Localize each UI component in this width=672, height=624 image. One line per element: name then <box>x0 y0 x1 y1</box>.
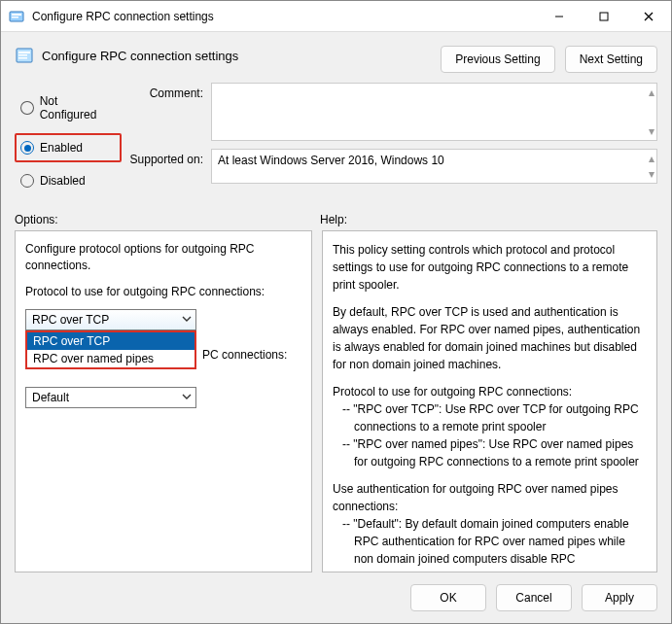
auth-select[interactable]: Default <box>25 387 196 408</box>
svg-rect-9 <box>18 54 27 56</box>
ok-button[interactable]: OK <box>410 584 486 611</box>
svg-rect-8 <box>18 52 30 53</box>
options-panel: Configure protocol options for outgoing … <box>15 230 312 572</box>
close-button[interactable] <box>626 1 671 32</box>
scroll-down-icon[interactable]: ▾ <box>649 167 654 181</box>
maximize-button[interactable] <box>582 1 626 32</box>
state-disabled[interactable]: Disabled <box>15 166 122 195</box>
minimize-button[interactable] <box>537 1 582 32</box>
protocol-dropdown: RPC over TCPRPC over named pipes <box>25 330 196 369</box>
protocol-dropdown-item[interactable]: RPC over TCP <box>27 332 195 350</box>
apply-button[interactable]: Apply <box>582 584 657 611</box>
comment-label: Comment: <box>122 83 203 141</box>
state-label: Disabled <box>40 174 86 188</box>
state-not-configured[interactable]: Not Configured <box>15 87 122 129</box>
options-heading: Options: <box>15 213 320 226</box>
comment-textarea[interactable]: ▴ ▾ <box>211 83 657 141</box>
state-label: Enabled <box>40 141 83 155</box>
radio-icon <box>20 174 34 188</box>
titlebar: Configure RPC connection settings <box>1 1 671 32</box>
options-intro: Configure protocol options for outgoing … <box>25 241 301 274</box>
state-label: Not Configured <box>40 94 116 121</box>
svg-rect-10 <box>18 57 27 59</box>
scroll-up-icon[interactable]: ▴ <box>649 152 654 165</box>
help-heading: Help: <box>320 213 347 226</box>
section-labels: Options: Help: <box>1 207 671 230</box>
footer: OK Cancel Apply <box>1 572 671 623</box>
auth-selected: Default <box>32 391 69 404</box>
header: Configure RPC connection settings Previo… <box>1 32 671 83</box>
supported-value: At least Windows Server 2016, Windows 10 <box>218 154 444 167</box>
cancel-button[interactable]: Cancel <box>496 584 572 611</box>
app-icon <box>9 9 24 24</box>
settings-window: Configure RPC connection settings Config… <box>0 0 672 624</box>
auth-label-partial: PC connections: <box>202 348 287 362</box>
header-title: Configure RPC connection settings <box>42 49 238 63</box>
upper-section: Not Configured Enabled Disabled Comment:… <box>1 83 671 207</box>
radio-icon <box>20 141 34 155</box>
help-bullet: -- "RPC over named pipes": Use RPC over … <box>333 435 647 470</box>
chevron-down-icon <box>182 391 192 404</box>
state-column: Not Configured Enabled Disabled <box>15 83 122 199</box>
help-bullet: -- "Default": By default domain joined c… <box>333 515 647 572</box>
help-bullet: -- "RPC over TCP": Use RPC over TCP for … <box>333 400 647 435</box>
protocol-label: Protocol to use for outgoing RPC connect… <box>25 284 301 300</box>
svg-rect-4 <box>600 13 608 20</box>
help-paragraph: This policy setting controls which proto… <box>333 241 647 294</box>
help-paragraph: Protocol to use for outgoing RPC connect… <box>333 383 647 400</box>
svg-rect-1 <box>12 14 21 16</box>
policy-icon <box>15 46 34 65</box>
panels: Configure protocol options for outgoing … <box>1 230 671 572</box>
protocol-selected: RPC over TCP <box>32 313 109 327</box>
next-setting-button[interactable]: Next Setting <box>565 46 657 73</box>
chevron-down-icon <box>182 313 192 327</box>
meta-column: Comment: ▴ ▾ Supported on: At least Wind… <box>122 83 657 199</box>
protocol-select[interactable]: RPC over TCP <box>25 309 196 330</box>
svg-rect-2 <box>12 17 18 18</box>
supported-box: At least Windows Server 2016, Windows 10… <box>211 149 657 184</box>
scroll-down-icon[interactable]: ▾ <box>649 124 654 138</box>
window-title: Configure RPC connection settings <box>32 10 537 23</box>
help-paragraph: Use authentication for outgoing RPC over… <box>333 480 647 515</box>
help-text: This policy setting controls which proto… <box>333 241 647 572</box>
help-paragraph: By default, RPC over TCP is used and aut… <box>333 303 647 373</box>
supported-label: Supported on: <box>122 149 203 184</box>
help-panel: This policy setting controls which proto… <box>322 230 657 572</box>
protocol-dropdown-item[interactable]: RPC over named pipes <box>27 350 195 367</box>
scroll-up-icon[interactable]: ▴ <box>649 86 654 99</box>
state-enabled[interactable]: Enabled <box>15 133 122 162</box>
radio-icon <box>20 101 34 115</box>
previous-setting-button[interactable]: Previous Setting <box>441 46 554 73</box>
